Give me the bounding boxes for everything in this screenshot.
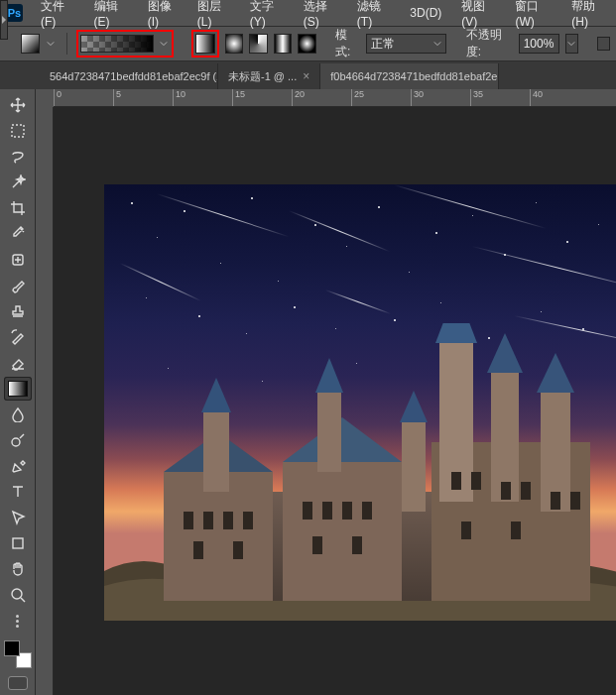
type-tool[interactable]	[4, 480, 32, 504]
opacity-label: 不透明度:	[466, 27, 513, 60]
quick-mask-toggle[interactable]	[8, 676, 28, 690]
gradient-swatch[interactable]	[80, 35, 154, 53]
opacity-dropdown[interactable]	[565, 34, 578, 54]
close-icon[interactable]: ×	[303, 69, 309, 83]
move-tool[interactable]	[4, 93, 32, 117]
healing-tool[interactable]	[4, 248, 32, 272]
menu-type[interactable]: 文字(Y)	[240, 0, 294, 33]
canvas-area: 0 5 10 15 20 25 30 35 40	[36, 89, 616, 695]
gradient-type-diamond[interactable]	[298, 34, 315, 54]
wand-tool[interactable]	[4, 171, 32, 194]
divider	[66, 33, 67, 55]
svg-rect-37	[551, 492, 560, 510]
opacity-input[interactable]: 100%	[519, 34, 559, 54]
svg-rect-29	[303, 502, 312, 520]
stamp-tool[interactable]	[4, 299, 32, 323]
svg-marker-10	[283, 417, 402, 462]
pen-tool[interactable]	[4, 454, 32, 478]
svg-rect-23	[402, 422, 426, 512]
svg-marker-17	[435, 323, 477, 343]
ruler-horizontal[interactable]: 0 5 10 15 20 25 30 35 40	[54, 89, 616, 107]
blend-mode-select[interactable]: 正常	[366, 34, 446, 54]
svg-rect-39	[193, 541, 203, 559]
svg-rect-40	[233, 541, 243, 559]
path-select-tool[interactable]	[4, 506, 32, 529]
brush-tool[interactable]	[4, 274, 32, 297]
zoom-tool[interactable]	[4, 583, 32, 607]
color-swatches[interactable]	[4, 640, 32, 668]
history-brush-tool[interactable]	[4, 325, 32, 349]
svg-rect-38	[570, 492, 580, 510]
gradient-type-linear[interactable]	[195, 34, 215, 54]
svg-marker-22	[537, 353, 574, 393]
expand-handle[interactable]	[0, 0, 8, 40]
svg-rect-25	[184, 512, 193, 529]
svg-marker-13	[201, 378, 231, 412]
svg-rect-27	[223, 512, 233, 529]
menu-edit[interactable]: 编辑(E)	[84, 0, 138, 33]
svg-rect-42	[352, 536, 362, 554]
blend-mode-value: 正常	[371, 36, 395, 53]
linear-gradient-highlight	[191, 30, 219, 58]
document-image[interactable]	[104, 184, 616, 621]
svg-rect-33	[451, 472, 461, 490]
castle-illustration	[104, 323, 616, 621]
menu-window[interactable]: 窗口(W)	[505, 0, 561, 33]
gradient-dropdown[interactable]	[158, 34, 170, 54]
svg-rect-3	[13, 538, 23, 548]
app-logo: Ps	[6, 4, 23, 22]
svg-rect-12	[203, 412, 229, 492]
svg-rect-43	[461, 521, 471, 539]
dodge-tool[interactable]	[4, 428, 32, 452]
svg-point-2	[12, 438, 20, 446]
tool-preset-dropdown[interactable]	[46, 34, 57, 54]
menu-help[interactable]: 帮助(H)	[561, 0, 616, 33]
svg-point-4	[12, 589, 22, 599]
svg-rect-0	[12, 125, 24, 137]
svg-rect-31	[342, 502, 352, 520]
gradient-type-reflected[interactable]	[274, 34, 292, 54]
svg-rect-36	[521, 482, 531, 500]
shape-tool[interactable]	[4, 531, 32, 555]
reverse-checkbox[interactable]	[597, 37, 610, 51]
hand-tool[interactable]	[4, 557, 32, 581]
menu-bar: Ps 文件(F) 编辑(E) 图像(I) 图层(L) 文字(Y) 选择(S) 滤…	[0, 0, 616, 26]
gradient-editor-highlight	[76, 30, 174, 58]
tab-doc-3[interactable]: f0b4664d7238471bedfdd81ebaf2ec9f.p	[320, 63, 499, 89]
tools-panel	[0, 89, 36, 695]
svg-marker-24	[400, 391, 428, 422]
tool-preset-swatch[interactable]	[21, 34, 39, 54]
gradient-type-radial[interactable]	[225, 34, 243, 54]
svg-rect-41	[312, 536, 322, 554]
menu-image[interactable]: 图像(I)	[138, 0, 187, 33]
menu-layer[interactable]: 图层(L)	[187, 0, 240, 33]
crop-tool[interactable]	[4, 196, 32, 220]
foreground-color[interactable]	[4, 640, 20, 656]
tab-doc-2[interactable]: 未标题-1 @ ... ×	[218, 63, 320, 89]
tab-label: 未标题-1 @ ...	[228, 69, 297, 84]
menu-file[interactable]: 文件(F)	[31, 0, 84, 33]
ruler-vertical[interactable]	[36, 107, 54, 695]
svg-rect-35	[501, 482, 511, 500]
tab-doc-1[interactable]: 564d7238471bedfdd81ebaf2ec9f (2).psd ×	[40, 63, 218, 89]
menu-3d[interactable]: 3D(D)	[400, 2, 451, 24]
eraser-tool[interactable]	[4, 351, 32, 375]
svg-rect-30	[322, 502, 332, 520]
gradient-type-angle[interactable]	[249, 34, 267, 54]
svg-rect-14	[317, 393, 341, 472]
lasso-tool[interactable]	[4, 145, 32, 169]
svg-marker-20	[487, 333, 523, 373]
eyedropper-tool[interactable]	[4, 222, 32, 246]
svg-rect-32	[362, 502, 372, 520]
svg-rect-28	[243, 512, 253, 529]
ruler-corner	[36, 89, 54, 107]
opacity-value: 100%	[524, 37, 554, 51]
svg-rect-9	[283, 462, 402, 601]
document-tabs: 564d7238471bedfdd81ebaf2ec9f (2).psd × 未…	[0, 61, 616, 89]
marquee-tool[interactable]	[4, 119, 32, 143]
more-tools[interactable]	[4, 609, 32, 633]
tab-label: f0b4664d7238471bedfdd81ebaf2ec9f.p	[330, 70, 499, 82]
gradient-icon	[8, 381, 28, 397]
blur-tool[interactable]	[4, 403, 32, 426]
gradient-tool[interactable]	[4, 377, 32, 401]
